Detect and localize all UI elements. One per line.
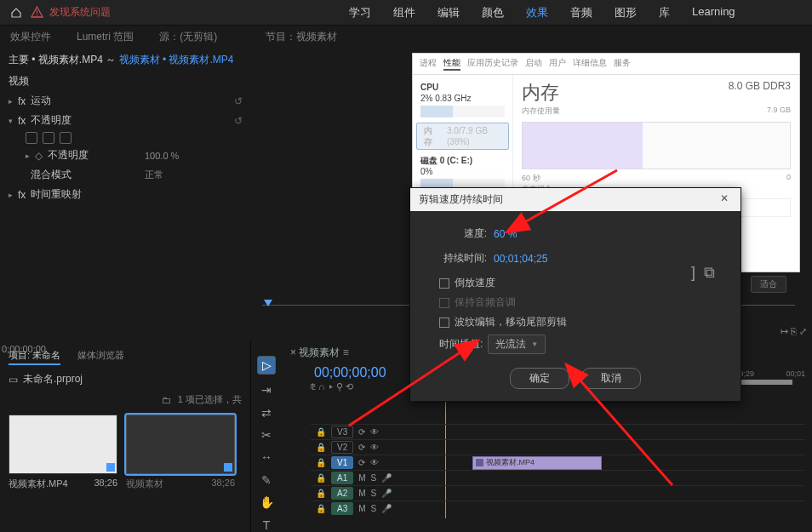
menu-learning[interactable]: Learning <box>692 5 735 20</box>
reset-icon[interactable]: ↺ <box>234 115 243 127</box>
blend-mode-row[interactable]: 混合模式 正常 <box>31 165 243 185</box>
tm-tab[interactable]: 详细信息 <box>573 57 607 71</box>
tm-tab[interactable]: 启动 <box>525 57 542 71</box>
thumbnail[interactable] <box>126 415 235 474</box>
lock-icon[interactable]: 🔒 <box>316 443 326 452</box>
sequence-tab[interactable]: 视频素材 <box>299 346 340 358</box>
home-icon[interactable] <box>9 5 24 20</box>
playhead-icon[interactable] <box>264 300 272 306</box>
lock-icon[interactable]: 🔒 <box>316 427 326 437</box>
tm-tab[interactable]: 性能 <box>443 57 460 71</box>
menu-library[interactable]: 库 <box>659 5 670 20</box>
hand-tool-icon[interactable]: ✋ <box>257 495 276 509</box>
type-tool-icon[interactable]: T <box>257 518 276 532</box>
dialog-titlebar[interactable]: 剪辑速度/持续时间 ✕ <box>410 188 741 211</box>
lock-icon[interactable]: 🔒 <box>316 458 326 467</box>
link-icon[interactable]: ] ⧉ <box>691 264 715 282</box>
track-select-tool-icon[interactable]: ⇥ <box>257 383 276 397</box>
menu-audio[interactable]: 音频 <box>570 5 592 20</box>
tab-media-browser[interactable]: 媒体浏览器 <box>77 349 124 365</box>
slip-tool-icon[interactable]: ↔ <box>257 450 276 464</box>
opacity-value-row[interactable]: ▸◇ 不透明度 100.0 % <box>26 146 243 165</box>
eye-icon[interactable]: 👁 <box>370 443 379 452</box>
ok-button[interactable]: 确定 <box>510 368 569 389</box>
ripple-checkbox-row[interactable]: 波纹编辑，移动尾部剪辑 <box>439 315 720 329</box>
tm-side-item[interactable]: CPU2% 0.83 GHz <box>416 78 509 121</box>
opacity-value[interactable]: 100.0 % <box>145 151 179 161</box>
mic-icon[interactable]: 🎤 <box>381 504 392 513</box>
track-toggle[interactable]: A2 <box>331 487 353 500</box>
track-row: 🔒V2⟳👁 <box>311 439 805 455</box>
thumbnail[interactable] <box>9 415 117 474</box>
panel-tabs-row: 效果控件 Lumetri 范围 源：(无剪辑) 节目：视频素材 <box>0 26 812 48</box>
menu-effects[interactable]: 效果 <box>526 5 548 20</box>
menu-assembly[interactable]: 组件 <box>393 5 415 20</box>
blend-value[interactable]: 正常 <box>145 169 163 181</box>
sync-icon[interactable]: ⟳ <box>358 427 365 437</box>
project-file-row[interactable]: ▭ 未命名.prproj <box>9 372 242 386</box>
eye-icon[interactable]: 👁 <box>370 458 379 467</box>
tm-tab[interactable]: 应用历史记录 <box>467 57 518 71</box>
clip-speed-dialog[interactable]: 剪辑速度/持续时间 ✕ 速度: 60 % 持续时间: 00;01;04;25 ]… <box>409 187 741 402</box>
pen-mask-icon[interactable] <box>60 132 71 144</box>
ripple-tool-icon[interactable]: ⇄ <box>257 405 276 419</box>
folder-icon[interactable]: 🗀 <box>162 395 171 405</box>
eye-icon[interactable]: 👁 <box>370 427 379 437</box>
mic-icon[interactable]: 🎤 <box>381 489 392 498</box>
lock-icon[interactable]: 🔒 <box>316 489 326 498</box>
menu-graphics[interactable]: 图形 <box>615 5 637 20</box>
video-group[interactable]: 视频 <box>9 72 243 91</box>
lock-icon[interactable]: 🔒 <box>316 504 326 513</box>
duration-value[interactable]: 00;01;04;25 <box>494 253 547 265</box>
track-toggle[interactable]: V2 <box>331 441 353 454</box>
tm-tab[interactable]: 服务 <box>614 57 631 71</box>
tm-tab[interactable]: 进程 <box>420 57 437 71</box>
warning-text[interactable]: 发现系统问题 <box>49 5 111 20</box>
reset-icon[interactable]: ↺ <box>234 95 243 107</box>
lock-icon[interactable]: 🔒 <box>316 473 326 483</box>
tab-program[interactable]: 节目：视频素材 <box>266 30 337 44</box>
tm-side-item[interactable]: 内存3.0/7.9 GB (38%) <box>416 123 509 150</box>
top-menu-bar: 发现系统问题 学习 组件 编辑 颜色 效果 音频 图形 库 Learning <box>0 0 812 26</box>
tab-lumetri[interactable]: Lumetri 范围 <box>77 30 134 44</box>
razor-tool-icon[interactable]: ✂ <box>257 428 276 442</box>
sync-icon[interactable]: ⟳ <box>358 458 365 467</box>
fx-motion[interactable]: ▸fx运动↺ <box>9 91 243 111</box>
tm-tab[interactable]: 用户 <box>549 57 566 71</box>
fx-time-remap[interactable]: ▸fx时间重映射 <box>9 185 243 204</box>
speed-value[interactable]: 60 % <box>494 228 517 240</box>
mic-icon[interactable]: 🎤 <box>381 473 392 483</box>
tab-project[interactable]: 项目: 未命名 <box>9 349 60 365</box>
pen-tool-icon[interactable]: ✎ <box>257 473 276 487</box>
rect-mask-icon[interactable] <box>43 132 54 144</box>
interp-dropdown[interactable]: 光流法▼ <box>488 335 546 354</box>
svg-point-1 <box>36 14 37 16</box>
ellipse-mask-icon[interactable] <box>26 132 37 144</box>
fx-opacity[interactable]: ▾fx不透明度↺ <box>9 111 243 130</box>
sync-icon[interactable]: ⟳ <box>358 443 365 452</box>
selection-tool-icon[interactable]: ▷ <box>257 356 276 375</box>
video-clip[interactable]: 视频素材.MP4 <box>472 456 602 470</box>
memory-chart <box>522 122 791 169</box>
zoom-fit-dropdown[interactable]: 适合 <box>751 276 786 293</box>
warning-icon[interactable] <box>29 5 44 20</box>
tab-source[interactable]: 源：(无剪辑) <box>159 30 217 44</box>
bin-item[interactable]: 视频素材.MP438;26 <box>9 415 117 490</box>
ruler-tools[interactable]: ↦ ⎘ ⤢ <box>781 326 807 337</box>
cancel-button[interactable]: 取消 <box>581 368 641 389</box>
menu-color[interactable]: 颜色 <box>482 5 504 20</box>
menu-edit[interactable]: 编辑 <box>437 5 460 20</box>
bin-item[interactable]: 视频素材38;26 <box>126 415 235 490</box>
track-row: 🔒A2MS🎤 <box>311 485 805 501</box>
track-toggle[interactable]: V3 <box>331 426 353 438</box>
track-toggle[interactable]: A1 <box>331 472 353 484</box>
clip-link[interactable]: 视频素材 • 视频素材.MP4 <box>119 54 234 66</box>
memory-total: 8.0 GB DDR3 <box>729 80 791 92</box>
track-toggle[interactable]: V1 <box>331 456 353 469</box>
menu-learn[interactable]: 学习 <box>349 5 371 20</box>
timeline-controls[interactable]: ⅊ ∩ ▸ ⚲ ⟲ <box>311 381 353 392</box>
track-toggle[interactable]: A3 <box>331 502 353 515</box>
tab-effect-controls[interactable]: 效果控件 <box>10 30 51 44</box>
reverse-checkbox-row[interactable]: 倒放速度 <box>439 276 720 290</box>
close-icon[interactable]: ✕ <box>717 192 732 207</box>
